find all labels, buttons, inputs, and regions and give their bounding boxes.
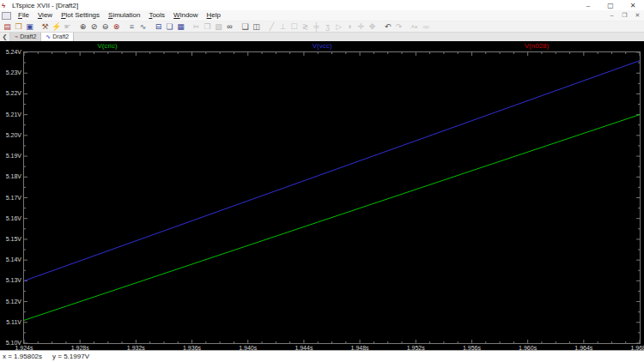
- move-icon: ✛: [355, 21, 367, 32]
- menu-item-plot-settings[interactable]: Plot Settings: [57, 10, 104, 21]
- zoom-full-extents-icon[interactable]: ⊗: [111, 21, 122, 32]
- schematic-tab-icon: ⌁: [15, 33, 18, 41]
- y-tick-label: 5.20V: [0, 132, 21, 139]
- window-title: LTspice XVII - [Draft2]: [12, 2, 577, 9]
- capacitor-icon: ╪: [311, 21, 322, 32]
- cursor-y-readout: y = 5.1997V: [52, 353, 89, 360]
- waveform-plot-pane[interactable]: V(cric)V(vcc)V(n028) 5.24V5.23V5.22V5.21…: [0, 41, 644, 350]
- y-tick-label: 5.12V: [0, 299, 21, 305]
- tab-bar: ❮ ⌁Draft2∿Draft2: [0, 33, 644, 41]
- plot-frame[interactable]: [23, 51, 641, 344]
- control-panel-icon[interactable]: ⚒: [39, 21, 51, 32]
- spice-netlist-icon[interactable]: ≡: [126, 21, 137, 32]
- waveform-pane-icon[interactable]: ∿: [137, 21, 149, 32]
- net-label-icon: ☐: [289, 21, 300, 32]
- ltspice-window: ϟ LTspice XVII - [Draft2] – ▢ ✕ FileView…: [0, 0, 644, 362]
- y-tick-label: 5.24V: [0, 49, 21, 56]
- tab-label: Draft2: [20, 33, 36, 41]
- cursor-x-readout: x = 1.95802s: [3, 353, 42, 360]
- legend-trace-3[interactable]: V(n028): [429, 41, 644, 51]
- zoom-back-icon[interactable]: ⊘: [88, 21, 100, 32]
- drag-icon: ✥: [367, 21, 378, 32]
- status-bar: x = 1.95802s y = 5.1997V: [0, 350, 644, 362]
- legend-trace-1[interactable]: V(cric): [0, 41, 215, 51]
- y-tick-label: 5.19V: [0, 153, 21, 160]
- trace-canvas[interactable]: [24, 52, 640, 343]
- menu-item-simulation[interactable]: Simulation: [104, 10, 144, 21]
- menu-items: FileViewPlot SettingsSimulationToolsWind…: [14, 10, 225, 21]
- mdi-minimize-button[interactable]: –: [605, 12, 618, 19]
- undo-icon[interactable]: ↶: [382, 21, 393, 32]
- y-tick-label: 5.18V: [0, 173, 21, 180]
- inductor-icon: ʒ: [322, 21, 333, 32]
- y-tick-label: 5.17V: [0, 195, 21, 202]
- run-icon[interactable]: ⚡: [51, 21, 62, 32]
- y-tick-label: 5.13V: [0, 277, 21, 284]
- cut-icon: ✂: [191, 21, 202, 32]
- trace-legend: V(cric)V(vcc)V(n028): [0, 41, 644, 51]
- y-tick-label: 5.15V: [0, 236, 21, 243]
- cascade-windows-icon[interactable]: ❏: [164, 21, 175, 32]
- wire-icon: ╱: [266, 21, 277, 32]
- menu-item-window[interactable]: Window: [169, 10, 202, 21]
- autorange-y-icon[interactable]: ⊟: [153, 21, 164, 32]
- title-bar: ϟ LTspice XVII - [Draft2] – ▢ ✕: [0, 0, 644, 10]
- legend-trace-2[interactable]: V(vcc): [215, 41, 429, 51]
- mdi-window-controls: –❐✕: [605, 12, 644, 19]
- tab-items: ⌁Draft2∿Draft2: [10, 33, 74, 41]
- mdi-close-button[interactable]: ✕: [631, 12, 644, 19]
- y-tick-label: 5.23V: [0, 69, 21, 76]
- new-schematic-icon[interactable]: ▤: [2, 21, 13, 32]
- trace-V(cric)[interactable]: [24, 115, 640, 321]
- diode-icon: ▷: [333, 21, 344, 32]
- menu-item-view[interactable]: View: [33, 10, 57, 21]
- tab-label: Draft2: [52, 33, 69, 41]
- waveform-tab-icon: ∿: [46, 33, 51, 41]
- component-icon: ◗: [344, 21, 355, 32]
- save-icon[interactable]: ▣: [24, 21, 35, 32]
- close-button[interactable]: ✕: [622, 2, 644, 9]
- resistor-icon: ≷: [300, 21, 311, 32]
- menu-item-file[interactable]: File: [14, 10, 33, 21]
- open-icon[interactable]: ❒: [13, 21, 24, 32]
- tile-windows-icon[interactable]: ▦: [175, 21, 186, 32]
- app-icon: ϟ: [2, 2, 9, 9]
- mdi-restore-button[interactable]: ❐: [618, 12, 631, 19]
- y-tick-label: 5.14V: [0, 256, 21, 263]
- y-tick-label: 5.22V: [0, 90, 21, 97]
- document-icon[interactable]: [2, 12, 11, 20]
- paste-icon: ▧: [213, 21, 224, 32]
- halt-icon: ☛: [62, 21, 73, 32]
- toolbar: ▤❒▣⚒⚡☛⊕⊘⊖⊗≡∿⊟❏▦✂❐▧∞❑◫╱⊥☐≷╪ʒ▷◗✛✥↶↷Aa.op: [0, 21, 644, 33]
- zoom-in-icon[interactable]: ⊕: [77, 21, 88, 32]
- menu-item-tools[interactable]: Tools: [144, 10, 169, 21]
- zoom-out-icon[interactable]: ⊖: [100, 21, 111, 32]
- redo-icon: ↷: [393, 21, 404, 32]
- tab-scroll-left-button[interactable]: ❮: [0, 33, 10, 41]
- copy-icon: ❐: [202, 21, 213, 32]
- print-preview-icon[interactable]: ◫: [251, 21, 262, 32]
- maximize-button[interactable]: ▢: [599, 2, 622, 9]
- y-tick-label: 5.16V: [0, 215, 21, 222]
- tab-draft2-0[interactable]: ⌁Draft2: [10, 33, 41, 41]
- trace-V(vcc)[interactable]: [24, 61, 640, 281]
- text-icon: Aa: [409, 21, 420, 32]
- tab-draft2-1[interactable]: ∿Draft2: [41, 33, 74, 41]
- menu-bar: FileViewPlot SettingsSimulationToolsWind…: [0, 10, 644, 21]
- minimize-button[interactable]: –: [577, 2, 599, 9]
- menu-item-help[interactable]: Help: [203, 10, 225, 21]
- find-icon[interactable]: ∞: [224, 21, 235, 32]
- print-icon[interactable]: ❑: [240, 21, 251, 32]
- ground-icon: ⊥: [277, 21, 289, 32]
- spice-directive-icon: .op: [420, 21, 431, 32]
- y-tick-label: 5.11V: [0, 319, 21, 326]
- y-tick-label: 5.21V: [0, 112, 21, 118]
